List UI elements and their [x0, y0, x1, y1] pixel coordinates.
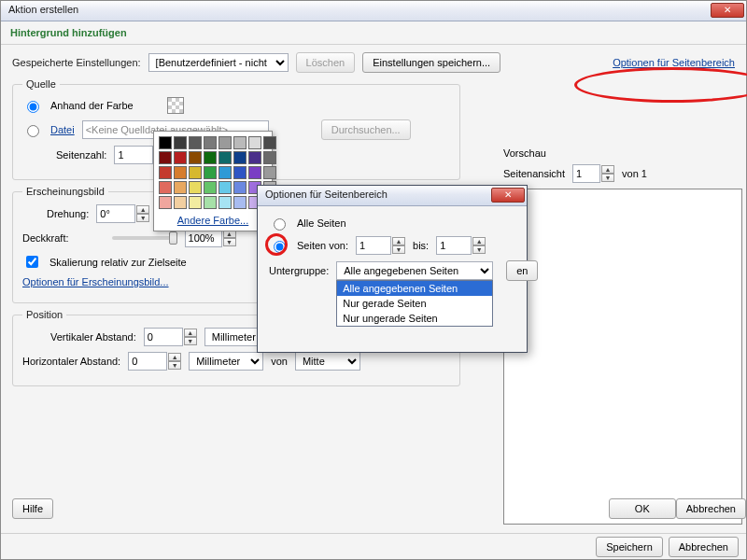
- delete-button: Löschen: [296, 52, 356, 73]
- source-legend: Quelle: [22, 78, 60, 90]
- preview-canvas: [503, 189, 742, 525]
- other-color-link[interactable]: Andere Farbe...: [159, 213, 267, 226]
- ok-button[interactable]: OK: [609, 498, 676, 519]
- pages-to-spinner[interactable]: ▲▼: [436, 236, 486, 255]
- color-swatch[interactable]: [248, 136, 261, 149]
- rotation-spinner[interactable]: ▲▼: [96, 204, 149, 223]
- color-swatch[interactable]: [174, 166, 187, 179]
- color-swatch[interactable]: [159, 196, 172, 209]
- color-swatch-button[interactable]: [167, 97, 184, 114]
- titlebar[interactable]: Aktion erstellen ✕: [1, 1, 746, 21]
- color-swatch[interactable]: [159, 166, 172, 179]
- browse-button: Durchsuchen...: [321, 119, 411, 140]
- h-from-select[interactable]: Mitte: [295, 352, 360, 371]
- color-swatch[interactable]: [189, 181, 202, 194]
- color-swatch[interactable]: [189, 151, 202, 164]
- color-swatch[interactable]: [263, 151, 276, 164]
- h-distance-spinner[interactable]: ▲▼: [128, 352, 181, 371]
- dialog-title: Optionen für Seitenbereich: [265, 189, 388, 200]
- color-swatch[interactable]: [263, 166, 276, 179]
- page-of-label: von 1: [622, 168, 647, 179]
- by-color-radio[interactable]: [27, 101, 39, 113]
- subset-option[interactable]: Nur ungerade Seiten: [337, 311, 492, 326]
- color-swatch[interactable]: [189, 136, 202, 149]
- v-distance-spinner[interactable]: ▲▼: [144, 328, 197, 346]
- color-swatch[interactable]: [204, 136, 217, 149]
- subset-dropdown-list[interactable]: Alle angegebenen Seiten Nur gerade Seite…: [336, 280, 493, 327]
- color-swatch[interactable]: [218, 151, 232, 164]
- pages-to-label: bis:: [413, 240, 429, 251]
- v-distance-label: Vertikaler Abstand:: [50, 331, 136, 343]
- color-swatch[interactable]: [233, 166, 247, 179]
- all-pages-radio[interactable]: [274, 218, 286, 231]
- color-swatch[interactable]: [248, 151, 261, 164]
- opacity-slider[interactable]: [112, 236, 177, 240]
- color-picker-popup[interactable]: Andere Farbe...: [153, 131, 273, 231]
- subset-label: Untergruppe:: [269, 265, 329, 276]
- pages-from-spinner[interactable]: ▲▼: [356, 236, 405, 255]
- color-swatch[interactable]: [159, 151, 172, 164]
- page-view-spinner[interactable]: ▲▼: [572, 164, 614, 183]
- cancel-button[interactable]: Abbrechen: [676, 498, 746, 519]
- color-swatch[interactable]: [233, 151, 247, 164]
- color-swatch[interactable]: [248, 166, 261, 179]
- file-label[interactable]: Datei: [50, 124, 75, 135]
- all-pages-label: Alle Seiten: [297, 217, 346, 229]
- color-swatch[interactable]: [174, 136, 187, 149]
- color-swatch[interactable]: [204, 181, 217, 194]
- outer-cancel-button[interactable]: Abbrechen: [669, 537, 739, 557]
- outer-save-button[interactable]: Speichern: [596, 537, 663, 557]
- pages-from-label: Seiten von:: [297, 240, 348, 251]
- appearance-options-link[interactable]: Optionen für Erscheinungsbild...: [22, 276, 169, 287]
- color-swatch[interactable]: [189, 196, 202, 209]
- color-swatch[interactable]: [218, 166, 232, 179]
- subheader: Hintergrund hinzufügen: [1, 21, 746, 45]
- h-unit-select[interactable]: Millimeter: [189, 352, 263, 371]
- outer-footer: Speichern Abbrechen: [1, 533, 746, 559]
- saved-settings-select[interactable]: [Benutzerdefiniert - nicht gespeichert]: [148, 53, 289, 72]
- preview-group: Vorschau Seitenansicht ▲▼ von 1: [503, 147, 746, 525]
- subset-option[interactable]: Nur gerade Seiten: [337, 296, 492, 311]
- color-swatch[interactable]: [263, 136, 276, 149]
- page-count-label: Seitenzahl:: [56, 149, 106, 161]
- color-swatch[interactable]: [233, 196, 247, 209]
- subset-select[interactable]: Alle angegebenen Seiten: [336, 261, 493, 280]
- window-title: Aktion erstellen: [8, 4, 78, 15]
- file-radio[interactable]: [27, 125, 39, 137]
- color-swatch[interactable]: [218, 196, 232, 209]
- saved-settings-label: Gespeicherte Einstellungen:: [12, 57, 141, 68]
- color-swatch[interactable]: [174, 196, 187, 209]
- dialog-close-icon[interactable]: ✕: [491, 188, 525, 203]
- color-swatch[interactable]: [159, 136, 172, 149]
- color-swatch[interactable]: [233, 136, 247, 149]
- appearance-legend: Erscheinungsbild: [22, 186, 108, 197]
- scale-label: Skalierung relativ zur Zielseite: [49, 257, 187, 268]
- close-icon[interactable]: ✕: [711, 3, 744, 18]
- preview-legend: Vorschau: [503, 147, 746, 159]
- color-swatch[interactable]: [174, 181, 187, 194]
- h-from-label: von: [271, 356, 288, 367]
- color-swatch[interactable]: [233, 181, 247, 194]
- save-settings-button[interactable]: Einstellungen speichern...: [362, 52, 500, 73]
- opacity-spinner[interactable]: ▲▼: [185, 229, 236, 247]
- dialog-footer: Hilfe OK Abbrechen: [12, 498, 746, 519]
- subset-option[interactable]: Alle angegebenen Seiten: [337, 281, 492, 296]
- h-distance-label: Horizontaler Abstand:: [22, 356, 120, 367]
- opacity-label: Deckkraft:: [22, 232, 69, 244]
- color-swatch[interactable]: [204, 151, 217, 164]
- by-color-label: Anhand der Farbe: [50, 100, 134, 111]
- annotation-ring: [265, 233, 288, 256]
- color-swatch[interactable]: [174, 151, 187, 164]
- color-swatch[interactable]: [204, 196, 217, 209]
- color-swatch[interactable]: [218, 136, 232, 149]
- color-swatch[interactable]: [159, 181, 172, 194]
- dialog-titlebar[interactable]: Optionen für Seitenbereich ✕: [258, 186, 527, 206]
- scale-checkbox[interactable]: [26, 256, 38, 268]
- dialog-ok-hint-button[interactable]: en: [506, 260, 538, 281]
- position-legend: Position: [22, 309, 66, 320]
- color-swatch[interactable]: [204, 166, 217, 179]
- color-swatch[interactable]: [189, 166, 202, 179]
- color-swatch[interactable]: [218, 181, 232, 194]
- help-button[interactable]: Hilfe: [12, 498, 53, 519]
- page-view-label: Seitenansicht: [503, 168, 565, 179]
